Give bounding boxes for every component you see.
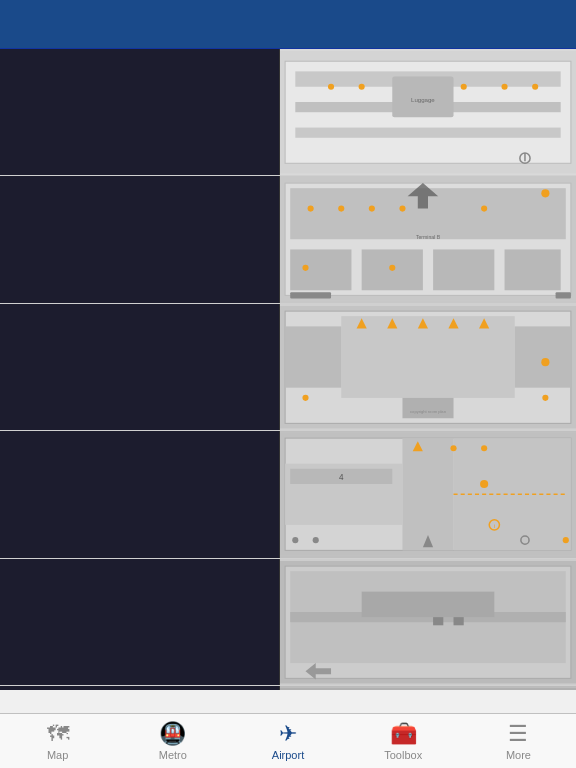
svg-rect-20	[505, 250, 561, 291]
svg-rect-46	[402, 398, 453, 418]
tab-map-label: Map	[47, 749, 68, 761]
terminal-row[interactable]: copyright room plan	[0, 304, 576, 431]
row-text-5	[0, 559, 280, 685]
tab-metro-icon: 🚇	[159, 721, 186, 747]
terminal-row[interactable]: 4 i	[0, 431, 576, 558]
svg-rect-32	[290, 293, 331, 299]
svg-text:4: 4	[339, 473, 344, 482]
svg-rect-71	[362, 591, 495, 617]
terminal-row[interactable]: 4	[0, 686, 576, 690]
row-text-1	[0, 49, 280, 175]
tab-map[interactable]: 🗺 Map	[0, 714, 115, 768]
svg-rect-4	[295, 128, 560, 138]
svg-rect-74	[454, 617, 464, 625]
row-text-4	[0, 431, 280, 557]
svg-point-58	[480, 480, 488, 488]
tab-toolbox[interactable]: 🧰 Toolbox	[346, 714, 461, 768]
terminal-row[interactable]: Luggage	[0, 49, 576, 176]
svg-point-25	[399, 206, 405, 212]
svg-point-7	[328, 84, 334, 90]
row-map-1: Luggage	[280, 49, 576, 175]
svg-point-10	[501, 84, 507, 90]
svg-rect-37	[515, 326, 571, 387]
svg-point-64	[292, 538, 298, 544]
svg-point-65	[313, 538, 319, 544]
svg-point-57	[481, 446, 487, 452]
tab-more-label: More	[506, 749, 531, 761]
svg-point-23	[338, 206, 344, 212]
row-map-2: Terminal B	[280, 176, 576, 302]
svg-rect-17	[290, 250, 351, 291]
tab-toolbox-icon: 🧰	[390, 721, 417, 747]
svg-point-56	[450, 446, 456, 452]
row-text-3	[0, 304, 280, 430]
svg-rect-35	[341, 316, 515, 398]
status-bar	[0, 0, 576, 28]
tab-more-icon: ☰	[508, 721, 528, 747]
tab-airport[interactable]: ✈ Airport	[230, 714, 345, 768]
svg-rect-73	[433, 617, 443, 625]
row-map-5	[280, 559, 576, 685]
svg-point-22	[308, 206, 314, 212]
svg-point-27	[541, 190, 549, 198]
page-header	[0, 28, 576, 49]
tab-toolbox-label: Toolbox	[384, 749, 422, 761]
svg-point-9	[461, 84, 467, 90]
row-map-4: 4 i	[280, 431, 576, 557]
terminal-list: Luggage	[0, 49, 576, 690]
svg-point-45	[541, 358, 549, 366]
svg-point-24	[369, 206, 375, 212]
svg-point-44	[542, 395, 548, 401]
tab-map-icon: 🗺	[47, 721, 69, 747]
svg-point-26	[481, 206, 487, 212]
tab-metro-label: Metro	[159, 749, 187, 761]
tab-airport-label: Airport	[272, 749, 304, 761]
tab-bar: 🗺 Map 🚇 Metro ✈ Airport 🧰 Toolbox ☰ More	[0, 713, 576, 768]
tab-more[interactable]: ☰ More	[461, 714, 576, 768]
svg-text:Luggage: Luggage	[411, 96, 435, 103]
svg-rect-36	[285, 326, 341, 387]
svg-rect-31	[556, 293, 571, 299]
terminal-row[interactable]	[0, 559, 576, 686]
row-text-6	[0, 686, 280, 690]
tab-airport-icon: ✈	[279, 721, 297, 747]
row-map-3: copyright room plan	[280, 304, 576, 430]
svg-rect-50	[402, 439, 453, 551]
svg-rect-75	[280, 688, 576, 690]
svg-point-8	[359, 84, 365, 90]
svg-point-28	[302, 265, 308, 271]
svg-text:i: i	[494, 522, 495, 529]
svg-text:Terminal B: Terminal B	[416, 235, 441, 241]
terminal-row[interactable]: Terminal B	[0, 176, 576, 303]
svg-point-66	[563, 538, 569, 544]
svg-point-11	[532, 84, 538, 90]
tab-metro[interactable]: 🚇 Metro	[115, 714, 230, 768]
svg-point-43	[302, 395, 308, 401]
svg-text:copyright room plan: copyright room plan	[410, 409, 446, 414]
svg-point-29	[389, 265, 395, 271]
svg-rect-19	[433, 250, 494, 291]
row-map-6: 4	[280, 686, 576, 690]
row-text-2	[0, 176, 280, 302]
